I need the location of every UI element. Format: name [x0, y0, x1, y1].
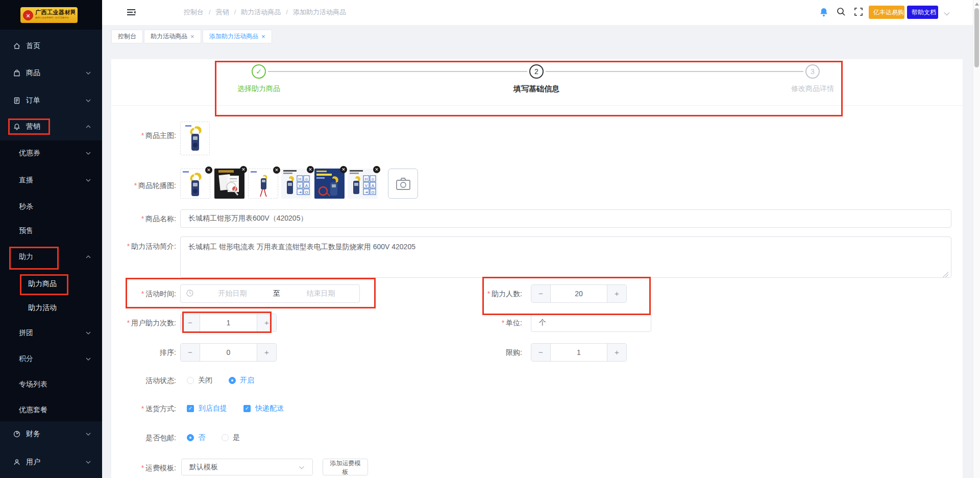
carousel-thumbnail: H⊙VA⇥Ω ✕ — [348, 169, 378, 199]
tab-add-assist-goods[interactable]: 添加助力活动商品 × — [203, 30, 272, 43]
breadcrumb-item-marketing[interactable]: 营销 — [216, 7, 229, 17]
fullscreen-icon[interactable] — [853, 7, 865, 18]
radio-on[interactable] — [229, 377, 236, 384]
svg-text:⊙: ⊙ — [372, 177, 375, 181]
decrement-button[interactable]: − — [181, 344, 200, 361]
sidebar-item-special-list[interactable]: 专场列表 — [0, 374, 102, 395]
tab-console[interactable]: 控制台 — [111, 30, 143, 43]
sidebar-item-presale[interactable]: 预售 — [0, 221, 102, 241]
freight-template-select[interactable]: 默认模板 — [181, 459, 313, 475]
chevron-up-icon — [86, 125, 91, 129]
sidebar-item-live[interactable]: 直播 — [0, 170, 102, 190]
scrollbar-up-arrow[interactable] — [975, 3, 979, 6]
step-2-icon: 2 — [529, 64, 544, 79]
sort-value[interactable]: 0 — [200, 344, 257, 361]
remove-image-icon[interactable]: ✕ — [373, 166, 380, 173]
checkbox-express[interactable]: ✓ — [243, 405, 251, 412]
sidebar-item-assist-goods[interactable]: 助力商品 — [0, 274, 102, 294]
activity-date-range-picker[interactable]: 开始日期 至 结束日期 — [180, 284, 360, 303]
main-image-thumbnail[interactable] — [180, 122, 210, 155]
chevron-down-icon — [86, 71, 91, 75]
increment-button[interactable]: + — [607, 285, 626, 302]
radio-off[interactable] — [187, 377, 194, 384]
increment-button[interactable]: + — [257, 314, 276, 331]
increment-button[interactable]: + — [607, 344, 626, 361]
shop-link-button[interactable]: 亿丰达易购 — [869, 6, 904, 19]
help-doc-button[interactable]: 帮助文档 — [907, 6, 938, 19]
add-freight-template-button[interactable]: 添加运费模板 — [323, 459, 368, 475]
sidebar-item-home[interactable]: 首页 — [0, 36, 102, 56]
sidebar-item-users[interactable]: 用户 — [0, 452, 102, 472]
upload-image-button[interactable] — [388, 169, 418, 199]
logo[interactable]: ✕ 广西工业器材网 网链工业品智能化一站式采购平台 — [20, 7, 78, 23]
activity-intro-textarea[interactable]: 长城精工 钳形电流表 万用表直流钳型表电工数显防烧家用 600V 420205 — [180, 236, 951, 278]
required-mark: * — [141, 214, 144, 223]
required-mark: * — [141, 464, 144, 472]
remove-image-icon[interactable]: ✕ — [205, 166, 212, 174]
notification-bell-icon[interactable] — [819, 7, 830, 18]
sidebar-item-label: 直播 — [19, 176, 33, 185]
checkbox-label-pickup[interactable]: 到店自提 — [199, 404, 227, 413]
sidebar-item-label: 助力商品 — [28, 279, 57, 289]
increment-button[interactable]: + — [257, 344, 276, 361]
decrement-button[interactable]: − — [181, 314, 200, 331]
bag-icon — [13, 69, 21, 77]
checkbox-label-express[interactable]: 快递配送 — [255, 404, 284, 413]
decrement-button[interactable]: − — [531, 344, 551, 361]
user-assist-times-value[interactable]: 1 — [200, 314, 257, 331]
remove-image-icon[interactable]: ✕ — [240, 166, 247, 173]
sort-stepper: − 0 + — [180, 343, 277, 362]
radio-label-yes[interactable]: 是 — [233, 433, 240, 442]
field-label-freeship: 是否包邮: — [111, 433, 176, 443]
sidebar-item-assist[interactable]: 助力 — [0, 247, 102, 267]
sidebar-item-label: 秒杀 — [19, 202, 33, 211]
helpers-count-value[interactable]: 20 — [551, 285, 607, 302]
purchase-limit-value[interactable]: 1 — [551, 344, 607, 361]
tab-assist-goods[interactable]: 助力活动商品 × — [144, 30, 201, 43]
sidebar-item-label: 用户 — [26, 458, 40, 467]
field-label-carousel: *商品轮播图: — [111, 180, 176, 190]
radio-label-off[interactable]: 关闭 — [198, 376, 212, 385]
camera-icon — [396, 177, 411, 190]
textarea-resize-grip[interactable] — [943, 272, 948, 277]
unit-input[interactable] — [531, 314, 651, 332]
product-name-input[interactable] — [180, 209, 951, 228]
radio-no[interactable] — [187, 434, 194, 441]
sidebar-item-marketing[interactable]: 营销 — [0, 116, 102, 137]
radio-yes[interactable] — [222, 434, 229, 441]
close-icon[interactable]: × — [190, 33, 194, 40]
user-menu-chevron-icon[interactable] — [943, 10, 950, 15]
sidebar-item-orders[interactable]: 订单 — [0, 90, 102, 111]
tab-label: 添加助力活动商品 — [209, 32, 258, 41]
step-2-label: 填写基础信息 — [485, 84, 587, 94]
sidebar-item-coupon[interactable]: 优惠券 — [0, 143, 102, 163]
sidebar-item-coupon-package[interactable]: 优惠套餐 — [0, 400, 102, 420]
sidebar-item-goods[interactable]: 商品 — [0, 63, 102, 83]
form-card: ✓ 2 3 选择助力商品 填写基础信息 修改商品详情 *商品主图: *商品轮播图… — [111, 59, 963, 478]
remove-image-icon[interactable]: ✕ — [307, 166, 314, 173]
field-label-sort: 排序: — [111, 347, 176, 357]
svg-text:Ω: Ω — [372, 190, 375, 195]
scrollbar-thumb[interactable] — [974, 8, 979, 67]
free-shipping-group: 否 是 — [187, 433, 256, 443]
decrement-button[interactable]: − — [531, 285, 551, 302]
field-label-freight: *运费模板: — [111, 463, 176, 473]
sidebar-item-finance[interactable]: 财务 — [0, 424, 102, 444]
svg-text:⇥: ⇥ — [364, 190, 368, 195]
sidebar-item-groupbuy[interactable]: 拼团 — [0, 323, 102, 343]
sidebar-item-label: 优惠券 — [19, 149, 40, 158]
required-mark: * — [127, 319, 130, 327]
remove-image-icon[interactable]: ✕ — [340, 166, 347, 173]
search-icon[interactable] — [836, 7, 847, 18]
sidebar-item-seckill[interactable]: 秒杀 — [0, 197, 102, 217]
radio-label-no[interactable]: 否 — [198, 433, 205, 442]
radio-label-on[interactable]: 开启 — [240, 376, 254, 385]
remove-image-icon[interactable]: ✕ — [273, 166, 280, 174]
breadcrumb-item-console[interactable]: 控制台 — [184, 7, 204, 17]
sidebar-item-assist-activity[interactable]: 助力活动 — [0, 298, 102, 318]
collapse-sidebar-icon[interactable] — [126, 7, 136, 17]
close-icon[interactable]: × — [261, 33, 265, 40]
checkbox-pickup[interactable]: ✓ — [187, 405, 194, 412]
sidebar-item-points[interactable]: 积分 — [0, 349, 102, 369]
breadcrumb-item-assist-goods[interactable]: 助力活动商品 — [241, 7, 281, 17]
